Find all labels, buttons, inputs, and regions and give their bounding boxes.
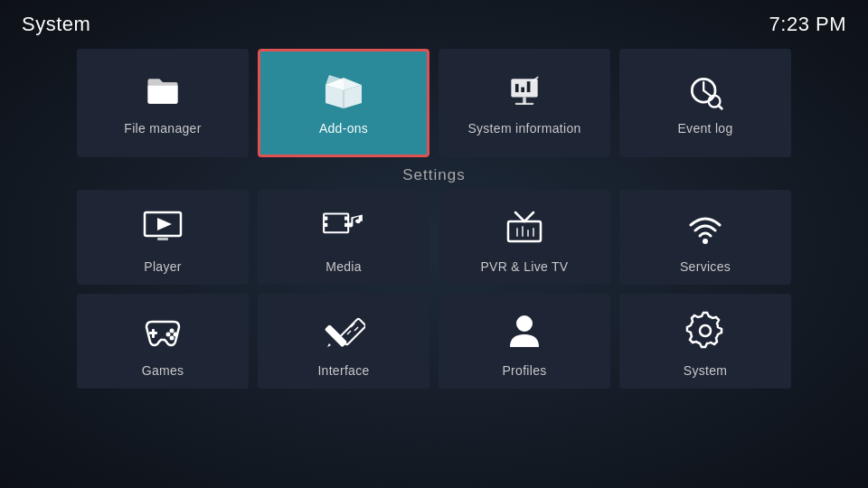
svg-point-45 — [700, 325, 711, 336]
settings-row-2: Games Interface — [54, 294, 814, 389]
tile-event-log[interactable]: Event log — [619, 49, 791, 157]
svg-rect-24 — [508, 221, 541, 241]
tile-system-label: System — [684, 363, 727, 378]
svg-point-36 — [166, 332, 171, 336]
settings-grid: Player Media — [0, 190, 868, 389]
svg-rect-8 — [521, 88, 524, 93]
tile-profiles-label: Profiles — [502, 363, 546, 378]
pencil-ruler-icon — [318, 305, 369, 356]
tile-interface[interactable]: Interface — [258, 294, 429, 389]
svg-point-44 — [516, 315, 533, 332]
svg-line-25 — [515, 212, 524, 221]
kodi-system-screen: System 7:23 PM File manager — [0, 0, 868, 488]
settings-section-label: Settings — [0, 161, 868, 190]
film-music-icon — [318, 202, 369, 252]
tile-add-ons-label: Add-ons — [319, 121, 368, 136]
svg-rect-23 — [344, 222, 348, 226]
svg-line-13 — [703, 90, 710, 96]
svg-rect-22 — [344, 216, 348, 220]
tile-system-information[interactable]: System information — [439, 49, 610, 157]
tv-antenna-icon — [499, 202, 550, 252]
svg-rect-18 — [157, 238, 168, 240]
clock-search-icon — [684, 70, 727, 114]
svg-point-35 — [174, 332, 178, 336]
tile-games-label: Games — [142, 363, 184, 378]
tile-interface-label: Interface — [317, 363, 369, 378]
svg-line-26 — [524, 212, 533, 221]
svg-rect-7 — [515, 84, 519, 92]
svg-point-37 — [170, 335, 175, 340]
presentation-icon — [503, 70, 546, 114]
box-icon — [322, 70, 365, 114]
svg-marker-39 — [327, 343, 331, 347]
svg-point-34 — [170, 328, 175, 333]
tile-games[interactable]: Games — [77, 294, 249, 389]
tile-file-manager-label: File manager — [124, 121, 201, 136]
app-title: System — [22, 13, 90, 36]
svg-line-15 — [719, 106, 722, 109]
gamepad-icon — [137, 305, 188, 356]
tile-player-label: Player — [144, 259, 181, 274]
tile-add-ons[interactable]: Add-ons — [258, 49, 429, 157]
tile-system[interactable]: System — [619, 294, 791, 389]
svg-line-42 — [354, 327, 358, 331]
tile-services-label: Services — [680, 259, 731, 274]
clock: 7:23 PM — [769, 13, 846, 36]
svg-point-31 — [703, 239, 708, 244]
tile-pvr-live-tv[interactable]: PVR & Live TV — [439, 190, 610, 285]
play-screen-icon — [137, 202, 188, 252]
svg-marker-17 — [157, 218, 172, 230]
wifi-signal-icon — [680, 202, 731, 252]
header: System 7:23 PM — [0, 0, 868, 43]
tile-media-label: Media — [326, 259, 362, 274]
top-row: File manager Add-ons — [0, 43, 868, 161]
svg-rect-20 — [324, 216, 327, 220]
svg-rect-33 — [149, 332, 157, 334]
tile-services[interactable]: Services — [619, 190, 791, 285]
svg-rect-21 — [324, 222, 327, 226]
settings-row-1: Player Media — [54, 190, 814, 285]
tile-media[interactable]: Media — [258, 190, 429, 285]
tile-profiles[interactable]: Profiles — [439, 294, 610, 389]
svg-rect-38 — [325, 324, 347, 346]
tile-event-log-label: Event log — [677, 121, 732, 136]
tile-file-manager[interactable]: File manager — [77, 49, 249, 157]
tile-pvr-live-tv-label: PVR & Live TV — [480, 259, 568, 274]
svg-rect-40 — [339, 318, 365, 345]
folder-icon — [141, 70, 184, 114]
svg-rect-9 — [527, 81, 531, 92]
person-icon — [499, 305, 550, 356]
gear-wrench-icon — [680, 305, 731, 356]
tile-player[interactable]: Player — [77, 190, 249, 285]
svg-line-43 — [347, 331, 351, 334]
tile-system-information-label: System information — [467, 121, 580, 136]
